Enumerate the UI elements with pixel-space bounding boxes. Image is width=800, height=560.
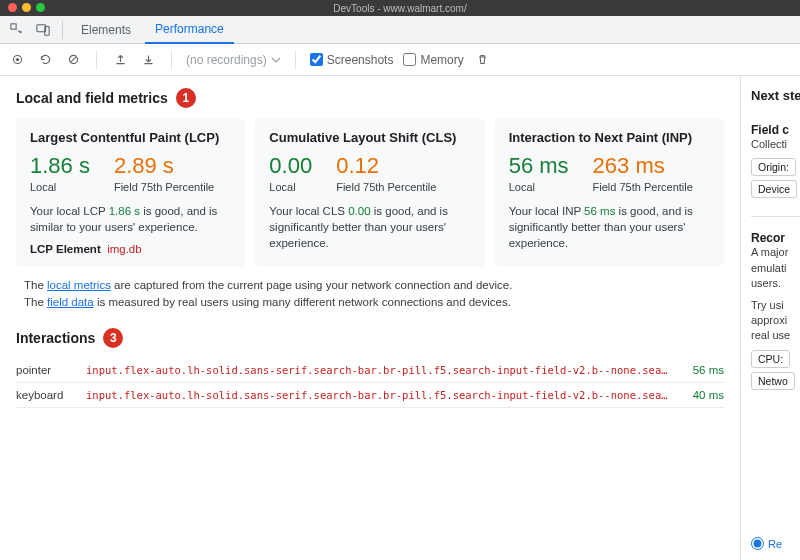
record-body-text: A major emulati users.: [751, 245, 800, 291]
inp-card: Interaction to Next Paint (INP) 56 ms Lo…: [495, 118, 724, 267]
lcp-local-label: Local: [30, 181, 90, 193]
interaction-type: keyboard: [16, 389, 86, 401]
interactions-heading: Interactions 3: [16, 328, 724, 348]
inspect-element-icon[interactable]: [6, 19, 28, 41]
metrics-heading-text: Local and field metrics: [16, 90, 168, 106]
upload-icon[interactable]: [111, 51, 129, 69]
metrics-row: Largest Contentful Paint (LCP) 1.86 s Lo…: [16, 118, 724, 267]
collecting-text: Collecti: [751, 137, 800, 152]
metrics-explanation: The local metrics are captured from the …: [24, 277, 724, 312]
divider: [96, 51, 97, 69]
record-radio-label: Re: [768, 538, 782, 550]
divider: [171, 51, 172, 69]
record-hint-text: Try usi approxi real use: [751, 298, 800, 344]
devtools-tabbar: Elements Performance: [0, 16, 800, 44]
interactions-table: pointer input.flex-auto.lh-solid.sans-se…: [16, 358, 724, 408]
screenshots-checkbox-input[interactable]: [310, 53, 323, 66]
cls-title: Cumulative Layout Shift (CLS): [269, 130, 470, 145]
local-field-metrics-heading: Local and field metrics 1: [16, 88, 724, 108]
cls-field-value: 0.12: [336, 153, 436, 179]
device-toolbar-icon[interactable]: [32, 19, 54, 41]
lcp-description: Your local LCP 1.86 s is good, and is si…: [30, 203, 231, 235]
lcp-field-value: 2.89 s: [114, 153, 214, 179]
minimize-window-button[interactable]: [22, 3, 31, 12]
divider: [751, 216, 800, 217]
interaction-time: 40 ms: [668, 389, 724, 401]
screenshots-label: Screenshots: [327, 53, 394, 67]
cls-description: Your local CLS 0.00 is good, and is sign…: [269, 203, 470, 251]
cls-local-label: Local: [269, 181, 312, 193]
clear-icon[interactable]: [64, 51, 82, 69]
screenshots-checkbox[interactable]: Screenshots: [310, 53, 394, 67]
local-metrics-link[interactable]: local metrics: [47, 279, 111, 291]
record-icon[interactable]: [8, 51, 26, 69]
inp-description: Your local INP 56 ms is good, and is sig…: [509, 203, 710, 251]
traffic-lights: [8, 3, 45, 12]
interactions-badge: 3: [103, 328, 123, 348]
lcp-card: Largest Contentful Paint (LCP) 1.86 s Lo…: [16, 118, 245, 267]
cls-card: Cumulative Layout Shift (CLS) 0.00 Local…: [255, 118, 484, 267]
interaction-type: pointer: [16, 364, 86, 376]
tab-elements[interactable]: Elements: [71, 17, 141, 43]
recordings-dropdown[interactable]: (no recordings): [186, 53, 281, 67]
field-data-link[interactable]: field data: [47, 296, 94, 308]
next-steps-heading: Next ste: [751, 88, 800, 103]
device-chip[interactable]: Device: [751, 180, 797, 198]
cls-local-value: 0.00: [269, 153, 312, 179]
inp-local-label: Local: [509, 181, 569, 193]
close-window-button[interactable]: [8, 3, 17, 12]
origin-chip[interactable]: Origin:: [751, 158, 796, 176]
interaction-time: 56 ms: [668, 364, 724, 376]
chevron-down-icon: [271, 57, 281, 63]
lcp-title: Largest Contentful Paint (LCP): [30, 130, 231, 145]
svg-rect-0: [11, 23, 16, 28]
svg-point-4: [15, 58, 18, 61]
lcp-element-label: LCP Element: [30, 243, 101, 255]
memory-checkbox-input[interactable]: [403, 53, 416, 66]
interaction-selector[interactable]: input.flex-auto.lh-solid.sans-serif.sear…: [86, 389, 668, 401]
recordings-label: (no recordings): [186, 53, 267, 67]
metrics-badge: 1: [176, 88, 196, 108]
table-row[interactable]: pointer input.flex-auto.lh-solid.sans-se…: [16, 358, 724, 383]
inp-local-value: 56 ms: [509, 153, 569, 179]
interaction-selector[interactable]: input.flex-auto.lh-solid.sans-serif.sear…: [86, 364, 668, 376]
network-chip[interactable]: Netwo: [751, 372, 795, 390]
lcp-element-row: LCP Element img.db: [30, 243, 231, 255]
lcp-field-label: Field 75th Percentile: [114, 181, 214, 193]
next-steps-sidebar: Next ste Field c Collecti Origin: Device…: [740, 76, 800, 560]
cls-field-label: Field 75th Percentile: [336, 181, 436, 193]
inp-field-value: 263 ms: [593, 153, 693, 179]
reload-record-icon[interactable]: [36, 51, 54, 69]
download-icon[interactable]: [139, 51, 157, 69]
record-radio-input[interactable]: [751, 537, 764, 550]
inp-field-label: Field 75th Percentile: [593, 181, 693, 193]
window-title: DevTools - www.walmart.com/: [333, 3, 466, 14]
memory-checkbox[interactable]: Memory: [403, 53, 463, 67]
field-config-heading: Field c: [751, 123, 800, 137]
memory-label: Memory: [420, 53, 463, 67]
table-row[interactable]: keyboard input.flex-auto.lh-solid.sans-s…: [16, 383, 724, 408]
garbage-collect-icon[interactable]: [474, 51, 492, 69]
divider: [295, 51, 296, 69]
inp-title: Interaction to Next Paint (INP): [509, 130, 710, 145]
interactions-heading-text: Interactions: [16, 330, 95, 346]
maximize-window-button[interactable]: [36, 3, 45, 12]
divider: [62, 21, 63, 39]
cpu-chip[interactable]: CPU:: [751, 350, 790, 368]
lcp-element-link[interactable]: img.db: [107, 243, 142, 255]
tab-performance[interactable]: Performance: [145, 16, 234, 44]
record-heading: Recor: [751, 231, 800, 245]
record-radio[interactable]: Re: [751, 537, 782, 550]
window-titlebar: DevTools - www.walmart.com/: [0, 0, 800, 16]
lcp-local-value: 1.86 s: [30, 153, 90, 179]
performance-toolbar: (no recordings) Screenshots Memory: [0, 44, 800, 76]
